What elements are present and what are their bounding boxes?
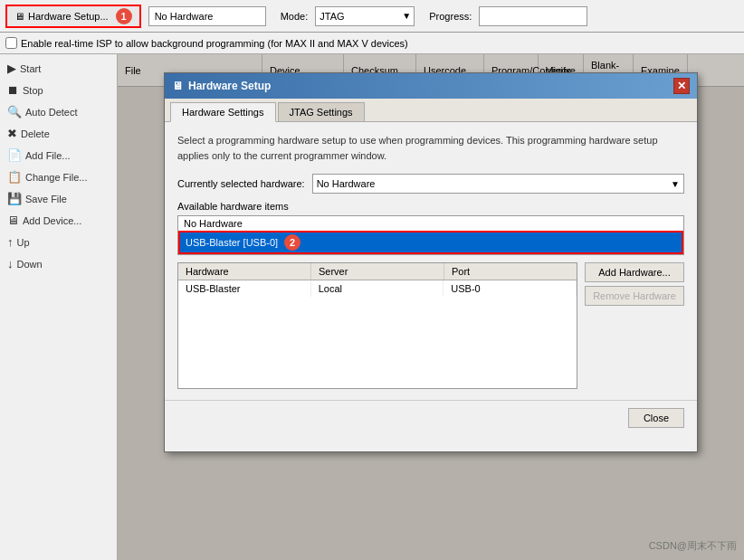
sidebar-add-file-btn[interactable]: 📄 Add File...	[0, 145, 117, 166]
mode-select-wrapper: JTAG AS PS ▼	[315, 6, 415, 26]
mode-select[interactable]: JTAG AS PS	[315, 6, 415, 26]
no-hardware-display: No Hardware	[148, 6, 266, 26]
hardware-icon: 🖥	[14, 11, 24, 22]
dialog-titlebar: 🖥 Hardware Setup ✕	[165, 73, 697, 99]
delete-icon: ✖	[7, 127, 17, 140]
hardware-table: Hardware Server Port USB-Blaster	[177, 262, 577, 389]
up-icon: ↑	[7, 235, 14, 249]
mode-label: Mode:	[281, 11, 309, 22]
enable-isp-label: Enable real-time ISP to allow background…	[21, 38, 408, 49]
currently-selected-label: Currently selected hardware:	[177, 178, 305, 189]
checkbox-bar: Enable real-time ISP to allow background…	[0, 33, 744, 54]
currently-selected-row: Currently selected hardware: No Hardware…	[177, 174, 684, 194]
dialog-content: Select a programming hardware setup to u…	[165, 122, 697, 400]
hw-cell-hardware: USB-Blaster	[178, 280, 311, 297]
main-area: ▶ Start ⏹ Stop 🔍 Auto Detect ✖ Delete 📄 …	[0, 54, 744, 560]
hw-col-hardware: Hardware	[178, 263, 311, 280]
badge-2: 2	[284, 234, 300, 251]
progress-label: Progress:	[429, 11, 472, 22]
main-toolbar: 🖥 Hardware Setup... 1 No Hardware Mode: …	[0, 0, 744, 33]
save-file-icon: 💾	[7, 192, 22, 205]
stop-label: Stop	[23, 85, 43, 96]
remove-hardware-button[interactable]: Remove Hardware	[585, 286, 684, 306]
sidebar-add-device-btn[interactable]: 🖥 Add Device...	[0, 210, 117, 231]
dropdown-arrow-icon: ▼	[671, 179, 680, 189]
content-area: File Device Checksum Usercode Program/Co…	[118, 54, 744, 560]
sidebar-delete-btn[interactable]: ✖ Delete	[0, 123, 117, 144]
hardware-setup-dialog: 🖥 Hardware Setup ✕ Hardware Settings JTA…	[164, 72, 698, 452]
modal-overlay: 🖥 Hardware Setup ✕ Hardware Settings JTA…	[118, 54, 744, 560]
add-device-label: Add Device...	[23, 215, 81, 226]
dialog-title-icon: 🖥	[172, 80, 183, 92]
start-label: Start	[20, 63, 41, 74]
add-file-icon: 📄	[7, 148, 22, 162]
dialog-footer: Close	[165, 400, 697, 435]
hardware-side-buttons: Add Hardware... Remove Hardware	[585, 262, 684, 389]
enable-isp-checkbox[interactable]	[5, 37, 17, 49]
add-device-icon: 🖥	[7, 214, 19, 227]
hardware-setup-button[interactable]: 🖥 Hardware Setup... 1	[5, 5, 141, 28]
hw-table-header: Hardware Server Port	[178, 263, 577, 280]
down-icon: ↓	[7, 257, 14, 271]
hw-cell-port: USB-0	[444, 280, 577, 297]
sidebar-change-file-btn[interactable]: 📋 Change File...	[0, 166, 117, 187]
hw-col-server: Server	[311, 263, 444, 280]
stop-icon: ⏹	[7, 83, 19, 97]
sidebar-start-btn[interactable]: ▶ Start	[0, 58, 117, 79]
dropdown-item-no-hardware[interactable]: No Hardware	[178, 216, 683, 231]
sidebar-auto-detect-btn[interactable]: 🔍 Auto Detect	[0, 101, 117, 122]
down-label: Down	[17, 259, 43, 270]
currently-selected-dropdown[interactable]: No Hardware ▼	[312, 174, 684, 194]
sidebar-down-btn[interactable]: ↓ Down	[0, 253, 117, 274]
progress-bar	[479, 6, 587, 26]
dialog-title-left: 🖥 Hardware Setup	[172, 80, 271, 92]
tab-jtag-settings[interactable]: JTAG Settings	[278, 102, 365, 121]
hardware-dropdown-list: No Hardware USB-Blaster [USB-0] 2	[177, 215, 684, 255]
sidebar: ▶ Start ⏹ Stop 🔍 Auto Detect ✖ Delete 📄 …	[0, 54, 118, 560]
start-icon: ▶	[7, 62, 16, 75]
add-hardware-button[interactable]: Add Hardware...	[585, 262, 684, 282]
available-hw-items-label: Available hardware items	[177, 201, 684, 212]
hardware-setup-label: Hardware Setup...	[28, 11, 109, 22]
delete-label: Delete	[21, 128, 50, 139]
dialog-tabs: Hardware Settings JTAG Settings	[165, 99, 697, 122]
sidebar-save-file-btn[interactable]: 💾 Save File	[0, 188, 117, 209]
watermark: CSDN@周末不下雨	[649, 539, 737, 553]
auto-detect-icon: 🔍	[7, 105, 22, 119]
hw-col-port: Port	[444, 263, 577, 280]
add-file-label: Add File...	[25, 150, 71, 161]
sidebar-up-btn[interactable]: ↑ Up	[0, 232, 117, 252]
auto-detect-label: Auto Detect	[25, 107, 77, 118]
up-label: Up	[17, 237, 30, 248]
hw-cell-server: Local	[311, 280, 444, 297]
save-file-label: Save File	[25, 194, 67, 204]
tab-hardware-settings[interactable]: Hardware Settings	[170, 102, 276, 122]
hw-table-row[interactable]: USB-Blaster Local USB-0	[178, 280, 577, 297]
dropdown-item-usb-blaster[interactable]: USB-Blaster [USB-0] 2	[178, 231, 683, 254]
badge-1: 1	[116, 8, 132, 24]
dialog-title-text: Hardware Setup	[188, 80, 271, 92]
change-file-label: Change File...	[25, 172, 87, 183]
dialog-close-x-button[interactable]: ✕	[673, 78, 690, 94]
dialog-close-button[interactable]: Close	[628, 408, 684, 428]
sidebar-stop-btn[interactable]: ⏹ Stop	[0, 80, 117, 100]
dialog-description: Select a programming hardware setup to u…	[177, 133, 684, 163]
hardware-table-area: Hardware Server Port USB-Blaster	[177, 262, 684, 389]
change-file-icon: 📋	[7, 170, 22, 184]
